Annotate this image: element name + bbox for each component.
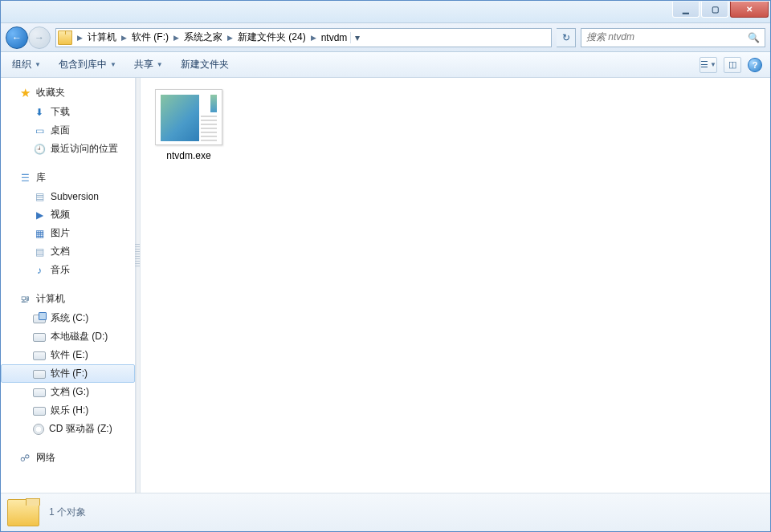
network-icon: ☍ <box>18 452 31 465</box>
chevron-right-icon: ▶ <box>309 34 318 42</box>
refresh-button[interactable]: ↻ <box>557 28 576 47</box>
view-options-button[interactable]: ☰▼ <box>700 57 717 73</box>
sidebar-item-label: 软件 (E:) <box>51 348 88 362</box>
sidebar-item-documents[interactable]: ▤文档 <box>1 242 135 261</box>
breadcrumb[interactable]: 计算机 <box>84 30 120 44</box>
file-label: ntvdm.exe <box>166 150 210 161</box>
nav-back-button[interactable]: ← <box>6 26 28 49</box>
favorites-label: 收藏夹 <box>36 86 65 99</box>
breadcrumb[interactable]: ntvdm <box>318 32 351 43</box>
content-pane[interactable]: ntvdm.exe <box>142 78 770 493</box>
chevron-down-icon: ▼ <box>35 61 41 68</box>
breadcrumb[interactable]: 系统之家 <box>181 30 226 44</box>
chevron-right-icon: ▶ <box>120 34 128 42</box>
status-text: 1 个对象 <box>49 506 86 519</box>
sidebar-item-drive-c[interactable]: 系统 (C:) <box>1 309 135 327</box>
navigation-pane[interactable]: ★收藏夹 ⬇下载 ▭桌面 🕘最近访问的位置 ☰库 ▤Subversion ▶视频… <box>1 78 136 493</box>
window-minimize-button[interactable]: ▁ <box>672 2 700 18</box>
breadcrumb[interactable]: 新建文件夹 (24) <box>235 30 309 44</box>
address-dropdown-button[interactable]: ▾ <box>350 32 363 43</box>
sidebar-item-label: 娱乐 (H:) <box>51 404 88 417</box>
window-close-button[interactable]: ✕ <box>730 2 769 18</box>
sidebar-item-drive-g[interactable]: 文档 (G:) <box>1 383 135 401</box>
network-label: 网络 <box>36 451 55 465</box>
chevron-down-icon: ▼ <box>157 61 163 68</box>
sidebar-item-pictures[interactable]: ▦图片 <box>1 224 135 242</box>
maximize-icon: ▢ <box>712 5 719 14</box>
sidebar-item-drive-e[interactable]: 软件 (E:) <box>1 346 135 364</box>
network-header[interactable]: ☍网络 <box>1 449 135 468</box>
search-input[interactable]: 搜索 ntvdm 🔍 <box>581 28 765 47</box>
sidebar-item-label: Subversion <box>51 191 99 202</box>
libraries-icon: ☰ <box>18 172 31 185</box>
cd-drive-icon <box>33 424 44 435</box>
sidebar-item-label: 最近访问的位置 <box>51 142 118 156</box>
sidebar-item-label: 文档 (G:) <box>51 385 89 399</box>
sidebar-item-drive-z[interactable]: CD 驱动器 (Z:) <box>1 420 135 438</box>
sidebar-item-recent[interactable]: 🕘最近访问的位置 <box>1 140 135 158</box>
sidebar-item-label: CD 驱动器 (Z:) <box>49 422 112 436</box>
close-icon: ✕ <box>746 5 753 14</box>
sidebar-item-label: 视频 <box>51 208 70 221</box>
drive-icon <box>33 351 46 360</box>
sidebar-item-label: 图片 <box>51 226 70 240</box>
desktop-icon: ▭ <box>33 124 46 137</box>
folder-icon <box>7 499 39 526</box>
address-bar[interactable]: ▶ 计算机 ▶ 软件 (F:) ▶ 系统之家 ▶ 新建文件夹 (24) ▶ nt… <box>55 28 552 47</box>
file-item[interactable]: ntvdm.exe <box>150 86 227 164</box>
sidebar-item-label: 桌面 <box>51 124 70 137</box>
sidebar-item-drive-f[interactable]: 软件 (F:) <box>1 364 135 383</box>
chevron-right-icon: ▶ <box>226 34 235 42</box>
sidebar-item-videos[interactable]: ▶视频 <box>1 205 135 224</box>
sidebar-item-label: 本地磁盘 (D:) <box>51 330 108 343</box>
chevron-down-icon: ▼ <box>110 61 116 68</box>
drive-icon <box>33 370 46 379</box>
nav-forward-button[interactable]: → <box>28 26 51 49</box>
sidebar-item-subversion[interactable]: ▤Subversion <box>1 188 135 205</box>
include-in-library-button[interactable]: 包含到库中▼ <box>55 55 120 74</box>
sidebar-item-label: 文档 <box>51 245 70 258</box>
share-label: 共享 <box>134 58 153 71</box>
picture-icon: ▦ <box>33 227 46 240</box>
status-bar: 1 个对象 <box>1 493 770 531</box>
new-folder-label: 新建文件夹 <box>181 58 229 71</box>
pane-resizer[interactable] <box>136 78 142 493</box>
folder-icon <box>58 30 72 45</box>
forward-icon: → <box>35 32 44 43</box>
computer-header[interactable]: 🖳计算机 <box>1 290 135 309</box>
video-icon: ▶ <box>33 209 46 221</box>
computer-label: 计算机 <box>36 292 65 306</box>
navbar: ← → ▶ 计算机 ▶ 软件 (F:) ▶ 系统之家 ▶ 新建文件夹 (24) … <box>1 23 770 52</box>
recent-icon: 🕘 <box>33 143 46 156</box>
sidebar-item-desktop[interactable]: ▭桌面 <box>1 121 135 140</box>
sidebar-item-downloads[interactable]: ⬇下载 <box>1 103 135 121</box>
sidebar-item-label: 音乐 <box>51 263 70 277</box>
file-thumbnail-icon <box>155 89 222 145</box>
sidebar-item-drive-d[interactable]: 本地磁盘 (D:) <box>1 327 135 346</box>
help-button[interactable]: ? <box>748 58 762 72</box>
window-maximize-button[interactable]: ▢ <box>701 2 728 18</box>
organize-button[interactable]: 组织▼ <box>9 55 44 74</box>
share-button[interactable]: 共享▼ <box>131 55 166 74</box>
sidebar-item-drive-h[interactable]: 娱乐 (H:) <box>1 401 135 420</box>
sidebar-item-music[interactable]: ♪音乐 <box>1 261 135 279</box>
star-icon: ★ <box>18 87 31 99</box>
preview-pane-button[interactable]: ◫ <box>724 57 741 73</box>
music-icon: ♪ <box>33 264 46 277</box>
titlebar: ▁ ▢ ✕ <box>1 1 770 23</box>
new-folder-button[interactable]: 新建文件夹 <box>177 55 232 74</box>
toolbar: 组织▼ 包含到库中▼ 共享▼ 新建文件夹 ☰▼ ◫ ? <box>1 52 770 78</box>
downloads-icon: ⬇ <box>33 106 46 119</box>
breadcrumb[interactable]: 软件 (F:) <box>128 30 172 44</box>
minimize-icon: ▁ <box>683 5 689 14</box>
libraries-label: 库 <box>36 171 46 185</box>
system-drive-icon <box>33 315 46 323</box>
organize-label: 组织 <box>12 58 31 71</box>
include-label: 包含到库中 <box>59 58 107 71</box>
libraries-header[interactable]: ☰库 <box>1 169 135 188</box>
search-placeholder: 搜索 ntvdm <box>586 30 634 44</box>
chevron-right-icon: ▶ <box>75 34 84 42</box>
chevron-right-icon: ▶ <box>172 34 181 42</box>
drive-icon <box>33 333 46 342</box>
favorites-header[interactable]: ★收藏夹 <box>1 84 135 103</box>
